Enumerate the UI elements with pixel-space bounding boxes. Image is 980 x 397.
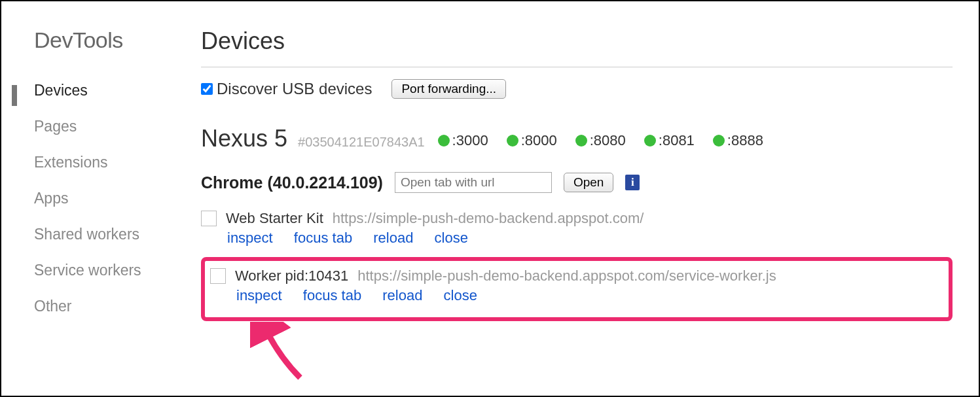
device-header: Nexus 5 #03504121E07843A1 :3000 :8000 :8… <box>201 125 953 152</box>
favicon-placeholder-icon <box>210 268 226 284</box>
port-8000: :8000 <box>507 132 557 149</box>
port-8080: :8080 <box>575 132 626 149</box>
sidebar-item-devices[interactable]: Devices <box>34 73 181 109</box>
sidebar-item-service-workers[interactable]: Service workers <box>34 252 181 288</box>
port-3000: :3000 <box>438 132 488 149</box>
discover-usb-checkbox[interactable] <box>201 83 213 95</box>
sidebar-item-shared-workers[interactable]: Shared workers <box>34 216 181 252</box>
tab-url: https://simple-push-demo-backend.appspot… <box>333 210 644 227</box>
highlighted-entry: Worker pid:10431 https://simple-push-dem… <box>201 257 953 321</box>
tab-title: Worker pid:10431 <box>235 268 348 285</box>
app-title: DevTools <box>34 27 181 53</box>
close-link[interactable]: close <box>444 287 477 303</box>
focus-tab-link[interactable]: focus tab <box>294 230 352 246</box>
open-button[interactable]: Open <box>564 173 613 192</box>
sidebar-active-indicator <box>12 85 17 106</box>
info-icon[interactable]: i <box>625 175 640 190</box>
sidebar-item-extensions[interactable]: Extensions <box>34 145 181 181</box>
open-tab-url-input[interactable] <box>395 172 552 193</box>
reload-link[interactable]: reload <box>382 287 422 303</box>
favicon-placeholder-icon <box>201 211 217 226</box>
sidebar-item-other[interactable]: Other <box>34 288 181 324</box>
page-title: Devices <box>201 27 953 55</box>
browser-row: Chrome (40.0.2214.109) Open i <box>201 172 953 193</box>
options-row: Discover USB devices Port forwarding... <box>201 79 953 99</box>
tab-entry: Worker pid:10431 https://simple-push-dem… <box>210 268 943 311</box>
status-dot-icon <box>575 135 587 147</box>
close-link[interactable]: close <box>435 230 468 246</box>
reload-link[interactable]: reload <box>373 230 413 246</box>
discover-usb-label: Discover USB devices <box>217 80 372 98</box>
tab-title: Web Starter Kit <box>226 210 323 227</box>
device-id: #03504121E07843A1 <box>298 135 425 150</box>
browser-label: Chrome (40.0.2214.109) <box>201 173 383 192</box>
status-dot-icon <box>713 135 725 147</box>
inspect-link[interactable]: inspect <box>236 287 282 303</box>
divider <box>201 67 953 67</box>
sidebar-item-apps[interactable]: Apps <box>34 181 181 216</box>
focus-tab-link[interactable]: focus tab <box>303 287 361 303</box>
tab-entry: Web Starter Kit https://simple-push-demo… <box>201 205 953 253</box>
port-8888: :8888 <box>713 132 763 149</box>
port-8081: :8081 <box>644 132 695 149</box>
inspect-link[interactable]: inspect <box>227 230 273 246</box>
status-dot-icon <box>644 135 656 147</box>
annotation-arrow-icon <box>250 322 309 381</box>
sidebar: DevTools Devices Pages Extensions Apps S… <box>1 1 181 396</box>
device-name: Nexus 5 <box>201 125 287 152</box>
port-forwarding-button[interactable]: Port forwarding... <box>391 79 506 99</box>
status-dot-icon <box>507 135 518 147</box>
status-dot-icon <box>438 135 450 147</box>
tab-url: https://simple-push-demo-backend.appspot… <box>357 268 776 285</box>
sidebar-item-pages[interactable]: Pages <box>34 109 181 145</box>
